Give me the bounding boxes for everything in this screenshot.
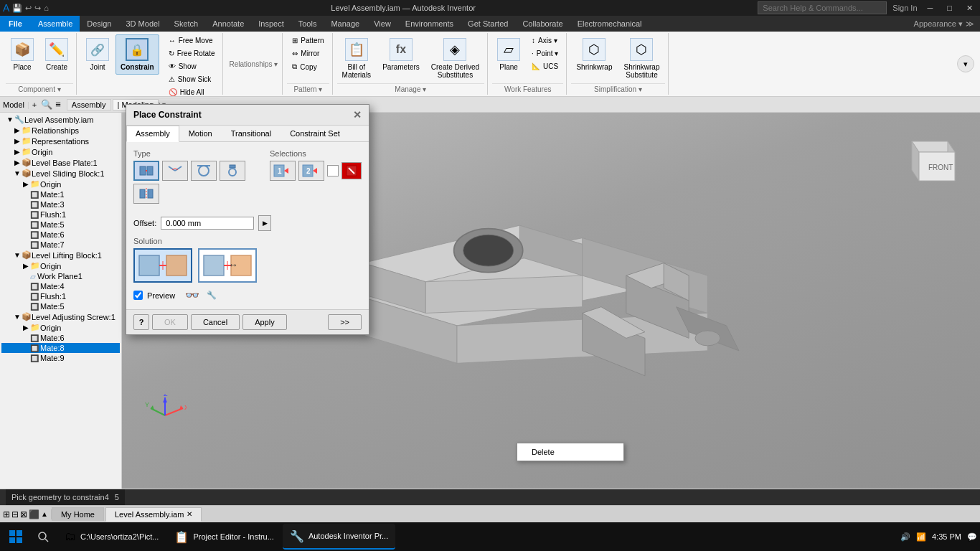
tree-lifting-block[interactable]: ▼ 📦 Level Lifting Block:1 (1, 250, 120, 260)
tree-level-assembly[interactable]: ▼ 🔧 Level Assembly.iam (1, 114, 120, 125)
assemble-menu[interactable]: Assemble (31, 16, 80, 32)
more-button[interactable]: >> (328, 314, 362, 330)
dialog-title-bar[interactable]: Place Constraint ✕ (126, 105, 369, 126)
tree-adj-screw[interactable]: ▼ 📦 Level Adjusting Screw:1 (1, 311, 120, 322)
dialog-tab-transitional[interactable]: Transitional (222, 126, 281, 141)
tree-mate6b[interactable]: 🔲 Mate:6 (1, 333, 120, 343)
tree-sliding-block[interactable]: ▼ 📦 Level Sliding Block:1 (1, 168, 120, 179)
dialog-close-button[interactable]: ✕ (353, 109, 362, 121)
panel-icon-grid[interactable]: ⊞ (3, 509, 10, 519)
network-icon[interactable]: 📶 (916, 532, 926, 542)
tab-level-assembly[interactable]: Level Assembly.iam ✕ (105, 507, 202, 522)
view-options-btn[interactable]: ▾ (957, 55, 974, 72)
start-button[interactable] (3, 524, 29, 550)
point-button[interactable]: · Point ▾ (527, 47, 563, 60)
free-rotate-button[interactable]: ↻ Free Rotate (164, 47, 220, 60)
tree-flush1[interactable]: 🔲 Flush:1 (1, 209, 120, 220)
free-move-button[interactable]: ↔ Free Move (164, 34, 220, 47)
dialog-tab-constraint-set[interactable]: Constraint Set (281, 126, 349, 141)
maximize-btn[interactable]: □ (943, 4, 956, 12)
appearance-btn[interactable]: Appearance ▾ (914, 19, 963, 29)
selections-icon[interactable] (341, 162, 362, 179)
lift-toggle[interactable]: ▼ (13, 251, 22, 259)
3dmodel-menu[interactable]: 3D Model (119, 16, 167, 32)
tree-adj-origin[interactable]: ▶ 📁 Origin (1, 322, 120, 333)
dialog-tab-motion[interactable]: Motion (179, 126, 222, 141)
panel-icon-arrow[interactable]: ▲ (41, 510, 48, 518)
tree-flush1b[interactable]: 🔲 Flush:1 (1, 291, 120, 301)
solution-1-btn[interactable] (133, 248, 192, 283)
tree-slide-origin[interactable]: ▶ 📁 Origin (1, 179, 120, 189)
type-symmetry-btn[interactable] (133, 184, 159, 204)
solution-2-btn[interactable]: ↔ (198, 248, 257, 283)
environments-menu[interactable]: Environments (398, 16, 461, 32)
tree-mate5[interactable]: 🔲 Mate:5 (1, 220, 120, 230)
dialog-tab-assembly[interactable]: Assembly (126, 126, 179, 142)
parameters-button[interactable]: fx Parameters (377, 34, 425, 75)
joint-button[interactable]: 🔗 Joint (81, 34, 114, 75)
show-sick-button[interactable]: ⚠ Show Sick (164, 73, 220, 85)
annotate-menu[interactable]: Annotate (205, 16, 251, 32)
pattern-button[interactable]: ⊞ Pattern (287, 34, 329, 47)
glasses-icon[interactable]: 👓 (185, 288, 199, 302)
ribbon-view-options[interactable]: ▾ (954, 33, 977, 95)
tools-menu[interactable]: Tools (291, 16, 324, 32)
quick-access-redo[interactable]: ↪ (34, 4, 41, 13)
show-button[interactable]: 👁 Show (164, 60, 220, 72)
tree-base-plate[interactable]: ▶ 📦 Level Base Plate:1 (1, 157, 120, 168)
panel-icon-close[interactable]: ⊠ (20, 509, 27, 519)
selections-checkbox[interactable] (327, 165, 339, 176)
tab-my-home[interactable]: My Home (52, 507, 104, 521)
tree-relationships[interactable]: ▶ 📁 Relationships (1, 125, 120, 136)
tab-close[interactable]: ✕ (187, 510, 192, 518)
constrain-button[interactable]: 🔒 Constrain (116, 34, 159, 75)
derived-substitutes-button[interactable]: ◈ Create DerivedSubstitutes (426, 34, 484, 83)
taskbar-project-editor[interactable]: 📋 Project Editor - Instru... (167, 524, 281, 550)
place-button[interactable]: 📦 Place (6, 34, 39, 75)
slide-origin-toggle[interactable]: ▶ (22, 180, 30, 188)
rel-toggle[interactable]: ▶ (13, 126, 22, 134)
adj-toggle[interactable]: ▼ (13, 313, 22, 321)
design-menu[interactable]: Design (80, 16, 118, 32)
mirror-button[interactable]: ⇔ Mirror (287, 47, 329, 60)
tree-origin[interactable]: ▶ 📁 Origin (1, 146, 120, 157)
create-button[interactable]: ✏️ Create (40, 34, 73, 75)
notification-icon[interactable]: 💬 (967, 532, 977, 542)
offset-arrow-btn[interactable]: ▶ (258, 215, 271, 231)
close-btn[interactable]: ✕ (962, 4, 977, 13)
apply-button[interactable]: Apply (242, 314, 287, 330)
type-mate-btn[interactable] (133, 161, 159, 181)
file-menu[interactable]: File (0, 16, 31, 32)
manage-menu[interactable]: Manage (324, 16, 367, 32)
view-cube[interactable]: FRONT (901, 127, 966, 192)
tree-workplane1[interactable]: ▱ Work Plane1 (1, 271, 120, 281)
taskbar-inventor[interactable]: 🔧 Autodesk Inventor Pr... (283, 524, 395, 550)
speaker-icon[interactable]: 🔊 (900, 532, 910, 542)
tree-mate6[interactable]: 🔲 Mate:6 (1, 230, 120, 240)
quick-access-home[interactable]: ⌂ (44, 4, 49, 12)
type-insert-btn[interactable] (220, 161, 245, 181)
selection-1-btn[interactable]: 1 (270, 161, 296, 181)
tree-mate5b[interactable]: 🔲 Mate:5 (1, 301, 120, 311)
rep-toggle[interactable]: ▶ (13, 137, 22, 145)
bom-button[interactable]: 📋 Bill ofMaterials (337, 34, 377, 83)
extra-option-icon[interactable]: 🔧 (207, 291, 217, 300)
base-toggle[interactable]: ▶ (13, 159, 22, 166)
search-input[interactable] (758, 1, 887, 14)
slide-toggle[interactable]: ▼ (13, 169, 22, 177)
copy-button[interactable]: ⧉ Copy (287, 60, 329, 73)
origin-toggle[interactable]: ▶ (13, 148, 22, 156)
get-started-menu[interactable]: Get Started (461, 16, 515, 32)
ok-button[interactable]: OK (152, 314, 188, 330)
tree-mate3[interactable]: 🔲 Mate:3 (1, 199, 120, 209)
adj-origin-toggle[interactable]: ▶ (22, 324, 30, 331)
selection-2-btn[interactable]: 2 (298, 161, 324, 181)
help-button[interactable]: ? (133, 314, 149, 330)
toolbar-overflow[interactable]: ≫ (966, 19, 974, 29)
panel-icon-list[interactable]: ⊟ (11, 509, 19, 519)
ucs-button[interactable]: 📐 UCS (527, 60, 563, 72)
collaborate-menu[interactable]: Collaborate (515, 16, 570, 32)
tree-mate4[interactable]: 🔲 Mate:4 (1, 281, 120, 291)
inspect-menu[interactable]: Inspect (251, 16, 291, 32)
tree-mate7[interactable]: 🔲 Mate:7 (1, 240, 120, 250)
